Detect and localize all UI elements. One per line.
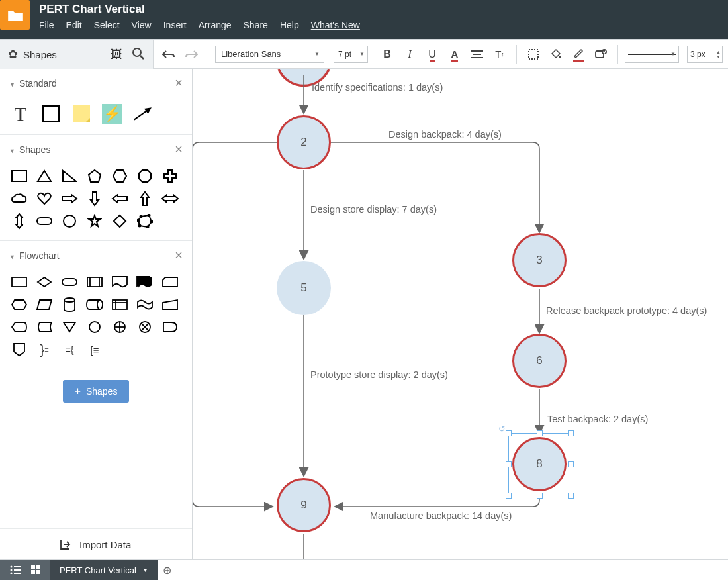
node-6[interactable]: 6	[512, 334, 567, 388]
outline-view-icon[interactable]	[9, 565, 21, 576]
fill-button[interactable]	[546, 44, 566, 64]
shape-diamond[interactable]	[109, 211, 131, 231]
shape-polygon[interactable]	[134, 211, 156, 231]
shape-cross[interactable]	[159, 166, 181, 186]
document-title[interactable]: PERT Chart Vertical	[39, 3, 360, 16]
shape-outline-button[interactable]	[523, 44, 543, 64]
shape-arrow-down[interactable]	[83, 189, 106, 209]
menu-insert[interactable]: Insert	[163, 20, 187, 30]
node-9[interactable]: 9	[277, 478, 331, 532]
line-tool[interactable]	[131, 103, 154, 125]
shape-arrow-ud[interactable]	[8, 211, 30, 231]
fc-note-eq[interactable]: ≡{	[58, 340, 81, 360]
fc-stored[interactable]	[33, 317, 56, 337]
shape-right-triangle[interactable]	[58, 166, 81, 186]
add-page-button[interactable]: ⊕	[158, 564, 177, 577]
fc-internal[interactable]	[109, 295, 131, 314]
italic-button[interactable]: I	[400, 44, 420, 64]
close-icon[interactable]: ×	[175, 75, 183, 91]
font-select[interactable]: Liberation Sans	[215, 46, 324, 63]
shape-style-button[interactable]	[591, 44, 611, 64]
grid-view-icon[interactable]	[30, 564, 41, 577]
fc-brace-r[interactable]: }≡	[33, 340, 56, 360]
fc-database[interactable]	[58, 295, 81, 314]
bolt-tool[interactable]: ⚡	[101, 103, 123, 125]
menu-select[interactable]: Select	[94, 20, 120, 30]
line-style-select[interactable]	[625, 46, 679, 63]
undo-button[interactable]	[159, 44, 179, 64]
fc-decision[interactable]	[33, 272, 56, 292]
shape-arrow-lr[interactable]	[159, 189, 181, 209]
fc-predefined[interactable]	[83, 272, 106, 292]
shape-circle[interactable]	[58, 211, 81, 231]
page-tab[interactable]: PERT Chart Vertical	[50, 560, 158, 580]
image-icon[interactable]: 🖼	[111, 48, 122, 62]
shape-pentagon[interactable]	[83, 166, 106, 186]
menu-arrange[interactable]: Arrange	[199, 20, 232, 30]
section-shapes-header[interactable]: ▼Shapes ×	[0, 135, 192, 164]
align-button[interactable]	[467, 44, 487, 64]
menu-share[interactable]: Share	[244, 20, 268, 30]
fc-merge[interactable]	[58, 317, 81, 337]
text-tool[interactable]: T	[9, 103, 32, 125]
fc-tape[interactable]	[134, 295, 156, 314]
shape-arrow-right[interactable]	[58, 189, 81, 209]
menu-file[interactable]: File	[39, 20, 54, 30]
menu-edit[interactable]: Edit	[66, 20, 82, 30]
menu-whats-new[interactable]: What's New	[311, 20, 360, 30]
fc-terminator[interactable]	[58, 272, 81, 292]
rectangle-tool[interactable]	[40, 103, 62, 125]
import-data-button[interactable]: Import Data	[0, 528, 192, 559]
section-flowchart-header[interactable]: ▼Flowchart ×	[0, 241, 192, 269]
border-color-button[interactable]	[569, 44, 588, 64]
node-5[interactable]: 5	[277, 261, 331, 315]
fc-or[interactable]	[109, 317, 131, 337]
fc-offpage[interactable]	[8, 340, 30, 360]
add-shapes-button[interactable]: + Shapes	[63, 380, 130, 403]
shape-hexagon[interactable]	[109, 166, 131, 186]
menu-view[interactable]: View	[132, 20, 152, 30]
redo-button[interactable]	[181, 44, 201, 64]
node-2[interactable]: 2	[277, 115, 331, 169]
fc-manual-input[interactable]	[159, 295, 181, 314]
close-icon[interactable]: ×	[175, 142, 183, 157]
shape-rect[interactable]	[8, 166, 30, 186]
fc-card[interactable]	[159, 272, 181, 292]
fc-display[interactable]	[8, 317, 30, 337]
fc-process[interactable]	[8, 272, 30, 292]
node-3[interactable]: 3	[512, 233, 567, 287]
font-size-select[interactable]: 7 pt	[334, 46, 368, 63]
bold-button[interactable]: B	[377, 44, 397, 64]
search-icon[interactable]	[132, 47, 145, 62]
fc-delay[interactable]	[159, 317, 181, 337]
gear-icon[interactable]: ✿	[8, 47, 18, 62]
selection-box[interactable]	[508, 433, 570, 495]
fc-document[interactable]	[109, 272, 131, 292]
shape-arrow-left[interactable]	[109, 189, 131, 209]
fc-multidoc[interactable]	[134, 272, 156, 292]
section-standard-header[interactable]: ▼Standard ×	[0, 69, 192, 97]
line-width-select[interactable]: 3 px▲▼	[687, 46, 723, 63]
fc-bracket[interactable]: [≡	[83, 340, 106, 360]
fc-data[interactable]	[33, 295, 56, 314]
fc-sum[interactable]	[134, 317, 156, 337]
rotate-handle[interactable]: ↺	[498, 424, 506, 434]
fc-prep[interactable]	[8, 295, 30, 314]
fc-connector[interactable]	[83, 317, 106, 337]
close-icon[interactable]: ×	[175, 248, 183, 263]
shape-octagon[interactable]	[134, 166, 156, 186]
font-color-button[interactable]: A	[445, 44, 465, 64]
underline-button[interactable]: U	[422, 44, 442, 64]
canvas[interactable]: 2 3 5 6 8 9 ↺ Identify specifications: 1…	[193, 69, 728, 559]
menu-help[interactable]: Help	[280, 20, 299, 30]
fc-direct[interactable]	[83, 295, 106, 314]
note-tool[interactable]	[70, 103, 93, 125]
shape-triangle[interactable]	[33, 166, 56, 186]
shape-star[interactable]	[83, 211, 106, 231]
shape-heart[interactable]	[33, 189, 56, 209]
text-spacing-button[interactable]: T↕	[490, 44, 510, 64]
shape-arrow-up[interactable]	[134, 189, 156, 209]
shape-capsule[interactable]	[33, 211, 56, 231]
app-logo[interactable]	[0, 0, 30, 30]
shape-cloud[interactable]	[8, 189, 30, 209]
